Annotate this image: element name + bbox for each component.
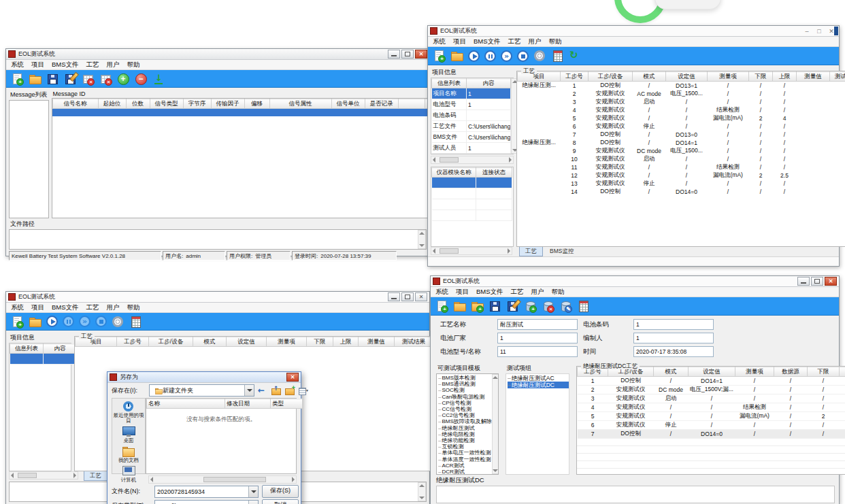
horizontal-scrollbar[interactable] <box>148 475 297 484</box>
horizontal-scrollbar[interactable] <box>431 247 512 255</box>
menu-item[interactable]: 用户 <box>531 288 544 297</box>
test-group-item[interactable]: 绝缘耐压测试DC <box>508 382 569 388</box>
menu-item[interactable]: 项目 <box>453 37 466 46</box>
pause-icon[interactable] <box>484 50 496 62</box>
template-item[interactable]: 绝缘功能检测 <box>438 437 492 443</box>
open-add-folder-icon[interactable]: + <box>471 300 484 312</box>
stop-icon[interactable] <box>95 316 107 327</box>
column-header[interactable]: 上限 <box>840 367 845 377</box>
column-header[interactable]: 上限 <box>773 72 797 82</box>
minimize-button[interactable] <box>797 277 810 286</box>
column-header[interactable]: 测量项 <box>735 367 774 377</box>
column-header[interactable]: 是否记录 <box>365 99 398 109</box>
column-header[interactable]: 信号名称 <box>52 99 98 109</box>
disc-icon[interactable] <box>112 316 125 328</box>
table-row[interactable]: 10安规测试仪启动//// <box>518 155 845 163</box>
save-as-icon[interactable] <box>64 73 77 85</box>
template-item[interactable]: 单体温度一致性检测 <box>438 456 492 463</box>
titlebar[interactable]: EOL测试系统 <box>431 276 839 287</box>
menu-item[interactable]: 帮助 <box>549 37 562 46</box>
stop-icon[interactable] <box>517 50 529 62</box>
new-folder-button[interactable] <box>284 386 295 396</box>
file-path-textarea[interactable] <box>9 229 427 250</box>
menu-item[interactable]: 系统 <box>433 37 446 46</box>
table-row[interactable] <box>52 109 447 117</box>
menu-item[interactable]: BMS文件 <box>474 37 501 46</box>
place-recent[interactable]: 最近使用的项目 <box>113 401 144 424</box>
table-row[interactable]: 12安规测试仪//漏电流(mA)22.5 <box>518 171 845 180</box>
signal-table-icon[interactable]: × <box>99 73 112 85</box>
open-folder-icon[interactable] <box>29 73 42 85</box>
new-file-icon[interactable]: + <box>11 73 24 85</box>
time-field[interactable]: 2020-07-17 8:35:08 <box>633 346 714 357</box>
template-item[interactable]: Can唤醒电源检测 <box>438 394 492 400</box>
start-icon[interactable] <box>46 316 58 327</box>
column-header[interactable]: 工步/设备 <box>589 72 633 82</box>
table-row[interactable] <box>432 188 512 199</box>
column-header[interactable]: 工步/设备 <box>149 337 193 347</box>
table-row[interactable]: 1DO控制/DO14=1//// <box>578 377 845 386</box>
menu-item[interactable]: 系统 <box>11 61 24 69</box>
column-header[interactable]: 连接状态 <box>476 168 512 178</box>
menu-item[interactable]: 工艺 <box>86 61 99 69</box>
table-row[interactable]: 2安规测试仪AC mode电压_1500.../// <box>518 90 845 98</box>
menu-item[interactable]: 项目 <box>456 288 469 297</box>
column-header[interactable]: 测试结果 <box>395 337 433 347</box>
column-header[interactable]: 仪器模块名称 <box>432 168 476 178</box>
column-header[interactable]: 起始位 <box>98 99 126 109</box>
menu-item[interactable]: 项目 <box>31 303 44 312</box>
disc-icon[interactable] <box>533 50 546 62</box>
menu-item[interactable]: 系统 <box>11 303 24 312</box>
open-folder-icon[interactable] <box>29 316 42 328</box>
column-header[interactable]: 传输因子 <box>211 99 244 109</box>
dropdown-arrow-icon[interactable] <box>244 385 254 396</box>
message-list[interactable] <box>9 100 49 218</box>
column-header[interactable]: 测量值 <box>797 72 830 82</box>
minimize-button[interactable]: – <box>801 28 812 35</box>
cancel-button[interactable]: 取消 <box>262 499 299 504</box>
dialog-titlebar[interactable]: 另存为 <box>107 372 301 383</box>
menu-item[interactable]: 工艺 <box>511 288 524 297</box>
template-item[interactable]: 互锁检测 <box>438 443 492 450</box>
close-button[interactable] <box>415 292 427 301</box>
table-row[interactable]: 7DO控制/DO14=0//// <box>578 430 845 439</box>
column-header[interactable]: 信息列表 <box>432 79 467 88</box>
menu-item[interactable]: 帮助 <box>552 288 565 297</box>
column-header[interactable]: 数据源 <box>774 367 808 377</box>
column-header[interactable]: 模式 <box>193 337 227 347</box>
editor-field[interactable]: 1 <box>633 333 714 343</box>
table-row[interactable] <box>432 210 512 221</box>
menu-item[interactable]: 工艺 <box>508 37 521 46</box>
column-header[interactable]: 下限 <box>749 72 773 82</box>
table-row[interactable]: 2安规测试仪DC mode电压_1500V;漏...//// <box>578 386 845 394</box>
table-row[interactable]: 5安规测试仪//漏电流(mA)24 <box>518 114 845 122</box>
table-row[interactable]: 工艺文件C:\Users\lichangjiang\Desktop\ <box>432 121 511 132</box>
new-project-icon[interactable]: + <box>433 50 446 62</box>
menu-item[interactable]: 工艺 <box>86 303 99 312</box>
vertical-scrollbar[interactable] <box>492 374 499 474</box>
filename-combobox[interactable]: 20200728145934 <box>154 486 259 498</box>
file-list[interactable]: 名称修改日期类型 没有与搜索条件匹配的项。 <box>146 398 297 474</box>
column-header[interactable]: 字节序 <box>183 99 211 109</box>
battery-barcode-field[interactable]: 1 <box>633 319 714 330</box>
horizontal-scrollbar[interactable] <box>9 471 78 480</box>
table-row[interactable]: 3安规测试仪启动//// <box>518 98 845 106</box>
table-row[interactable]: 项目名称1 <box>432 88 511 99</box>
table-row[interactable] <box>432 199 512 210</box>
column-header[interactable] <box>398 99 425 109</box>
minimize-button[interactable] <box>388 292 400 301</box>
maximize-button[interactable] <box>401 292 414 301</box>
calculator-icon[interactable] <box>577 300 590 312</box>
column-header[interactable]: 设定值 <box>227 337 267 347</box>
template-item[interactable]: CC2信号检测 <box>438 412 492 418</box>
horizontal-scrollbar[interactable] <box>431 156 514 164</box>
table-row[interactable]: 6安规测试仪停止///// <box>578 421 845 430</box>
maximize-button[interactable] <box>401 50 414 58</box>
column-header[interactable]: 内容 <box>467 79 511 88</box>
column-header[interactable]: 信号单位 <box>331 99 365 109</box>
save-as-icon[interactable] <box>506 300 519 312</box>
menu-item[interactable]: 帮助 <box>127 61 140 69</box>
column-header[interactable]: 上限 <box>333 337 359 347</box>
column-header[interactable]: 测量项 <box>267 337 307 347</box>
template-item[interactable]: CP信号检测 <box>438 400 492 406</box>
